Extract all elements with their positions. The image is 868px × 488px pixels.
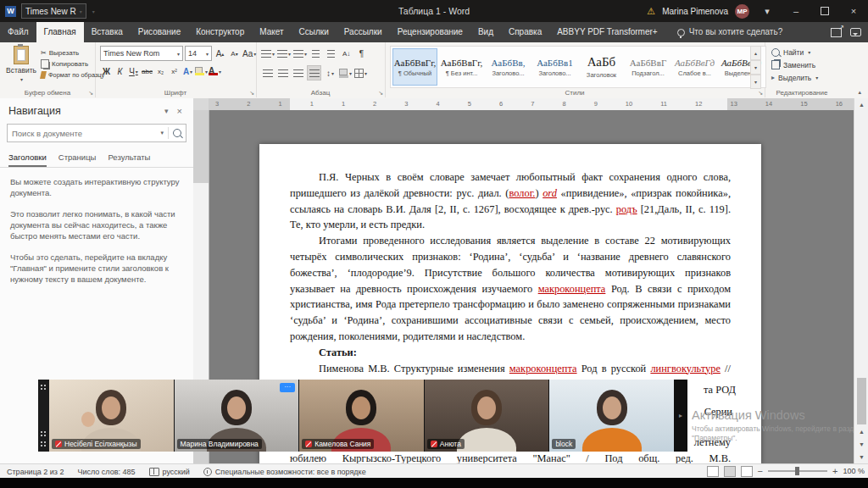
navigation-options-icon[interactable]: ▾ [160,107,173,115]
style-card-subtle-emphasis[interactable]: АаБбВвГд Слабое в... [672,48,717,86]
avatar[interactable]: MP [735,4,749,19]
user-name[interactable]: Marina Pimenova [662,7,728,16]
navigation-close-icon[interactable]: × [173,106,186,116]
tab-review[interactable]: Рецензирование [390,22,470,42]
accessibility-status[interactable]: Специальные возможности: все в порядке [197,468,373,476]
share-icon[interactable] [831,28,842,37]
participant-tile[interactable]: Анюта [425,380,549,452]
tab-help[interactable]: Справка [501,22,549,42]
style-card-heading2[interactable]: АаБбВв1 Заголово... [532,48,577,86]
tab-home[interactable]: Главная [36,22,84,42]
close-button[interactable]: × [843,0,865,22]
show-marks-button[interactable]: ¶ [355,47,368,60]
styles-scroll-down-button[interactable]: ▾ [750,60,761,75]
tab-design[interactable]: Конструктор [188,22,252,42]
comments-icon[interactable] [850,28,861,36]
restore-button[interactable] [814,0,836,22]
style-card-no-spacing[interactable]: АаБбВвГг, ¶ Без инт... [439,48,484,86]
quick-access-font-dropdown[interactable]: Times New R ▾ [21,3,86,19]
align-center-button[interactable] [276,66,289,80]
search-icon[interactable] [169,129,186,137]
font-size-combo[interactable]: 14 ▾ [185,46,212,61]
clipboard-dialog-launcher[interactable]: ↘ [88,90,93,97]
subscript-button[interactable]: x₂ [154,64,167,78]
collapse-ribbon-button[interactable]: ▴ [858,89,861,96]
paste-button[interactable]: Вставить ▾ [3,46,40,82]
find-button[interactable]: Найти ▾ [771,46,818,58]
bold-button[interactable]: Ж [100,64,113,78]
language-indicator[interactable]: русский [142,468,197,476]
increase-indent-button[interactable] [325,47,337,60]
tell-me-search[interactable]: Что вы хотите сделать? [677,22,783,42]
nav-tab-results[interactable]: Результаты [108,152,150,167]
tile-menu-button[interactable]: ··· [280,383,295,392]
scroll-up-icon[interactable]: ▲ [854,98,868,111]
previous-page-icon[interactable]: ▲ [854,425,868,438]
align-left-button[interactable] [261,66,274,80]
zoom-slider[interactable] [768,470,827,472]
styles-dialog-launcher[interactable]: ↘ [758,90,763,97]
quick-access-more-icon[interactable]: ▾ [92,8,95,14]
strikethrough-button[interactable]: abc [141,64,153,78]
justify-button[interactable] [307,65,321,80]
vertical-scrollbar[interactable]: ▲ ▲ ▼ ▼ [854,98,868,463]
tab-view[interactable]: Вид [470,22,501,42]
sort-button[interactable]: А↓ [340,47,353,60]
line-spacing-button[interactable]: ↕▾ [324,66,337,80]
borders-button[interactable]: ▾ [354,66,367,80]
scrollbar-thumb[interactable] [857,378,866,424]
font-color-button[interactable]: А ▾ [209,64,221,78]
search-options-dropdown[interactable]: ▾ [156,130,168,136]
tab-references[interactable]: Ссылки [292,22,337,42]
style-card-heading1[interactable]: АаБбВв, Заголово... [486,48,531,86]
tab-insert[interactable]: Вставка [84,22,131,42]
italic-button[interactable]: К [114,64,126,78]
horizontal-ruler[interactable]: 321 112 345 678 91011 121314 1516 [209,98,854,110]
read-mode-button[interactable] [707,466,719,477]
zoom-in-button[interactable]: + [832,466,837,476]
styles-scroll-up-button[interactable]: ▴ [750,46,761,60]
next-page-icon[interactable]: ▼ [854,438,868,451]
decrease-indent-button[interactable] [309,47,322,60]
multilevel-list-button[interactable]: ▾ [293,47,307,60]
styles-more-button[interactable]: ▾ [750,75,761,89]
nav-tab-pages[interactable]: Страницы [58,152,97,167]
superscript-button[interactable]: x² [168,64,181,78]
grow-font-button[interactable]: А▴ [214,47,226,60]
style-card-subtitle[interactable]: АаБбВвГ Подзагол... [626,48,670,86]
zoom-out-button[interactable]: − [758,466,763,476]
font-dialog-launcher[interactable]: ↘ [249,90,254,97]
search-input[interactable] [8,129,156,138]
document-text[interactable]: П.Я. Черных в своём словаре замечает люб… [259,144,761,408]
shading-button[interactable]: ▾ [339,66,352,80]
tab-mailings[interactable]: Рассылки [337,22,390,42]
video-bar-end[interactable]: ▸ [674,380,687,452]
zoom-level[interactable]: 100 % [843,467,865,475]
zoom-slider-thumb[interactable] [795,467,799,475]
replace-button[interactable]: Заменить [771,58,818,71]
apps-icon[interactable] [41,431,46,436]
shrink-font-button[interactable]: А▾ [228,47,241,60]
numbering-button[interactable]: ▾ [277,47,291,60]
tab-selector-box[interactable] [193,98,209,110]
select-button[interactable]: ▸ Выделить ▾ [771,71,818,84]
print-layout-button[interactable] [724,466,736,477]
tab-draw[interactable]: Рисование [131,22,188,42]
highlight-button[interactable]: ▾ [195,64,208,78]
change-case-button[interactable]: Аа▾ [242,47,256,60]
ribbon-display-options-button[interactable]: ▾ [756,0,778,22]
bullets-button[interactable]: ▾ [261,47,275,60]
align-right-button[interactable] [292,66,304,80]
font-name-combo[interactable]: Times New Rom ▾ [100,46,183,61]
minimize-button[interactable]: – [785,0,807,22]
style-card-title[interactable]: АаБб Заголовок [579,48,624,86]
participant-tile[interactable]: Камелова Сания [299,380,424,452]
web-layout-button[interactable] [741,466,753,477]
tab-layout[interactable]: Макет [252,22,291,42]
participant-tile[interactable]: block [549,380,674,452]
participant-tile[interactable]: ··· Марина Владимировна [175,380,299,452]
paragraph-dialog-launcher[interactable]: ↘ [378,90,383,97]
scroll-down-icon[interactable]: ▼ [854,451,868,463]
page-indicator[interactable]: Страница 2 из 2 [0,468,70,476]
grid-icon[interactable] [41,385,46,390]
